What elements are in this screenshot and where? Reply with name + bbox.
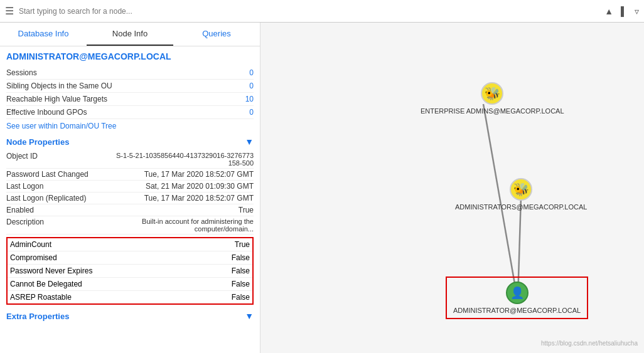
prop-row-last-logon: Last Logon Sat, 21 Mar 2020 01:09:30 GMT [6,181,254,192]
main-layout: Database Info Node Info Queries ADMINIST… [0,23,644,353]
graph-canvas: 🐝 ENTERPRISE ADMINS@MEGACORP.LOCAL 🐝 ADM… [260,23,644,353]
info-row-gpos: Effective Inbound GPOs 0 [6,106,254,119]
sibling-label: Sibling Objects in the Same OU [6,82,112,90]
node-administrator-selected[interactable]: 👤 ADMINISTRATOR@MEGACORP.LOCAL [446,277,588,319]
object-id-row: Object ID S-1-5-21-1035856440-4137329016… [6,150,254,169]
topbar: ☰ ▲ ▌ ▿ [0,0,644,23]
tab-database-info[interactable]: Database Info [0,23,87,46]
sessions-label: Sessions [6,68,37,77]
watermark: https://blog.csdn.net/hetsaliuhucha [541,340,638,347]
reachable-label: Reachable High Value Targets [6,95,107,103]
red-row-admincount: AdminCount True [8,238,252,251]
sibling-value: 0 [249,82,254,90]
node-administrators[interactable]: 🐝 ADMINISTRATORS@MEGACORP.LOCAL [455,178,587,211]
node-selected-box: 👤 ADMINISTRATOR@MEGACORP.LOCAL [446,277,588,319]
extra-chevron-down-icon[interactable]: ▼ [245,311,254,321]
rewind-icon[interactable]: ▌ [621,6,627,16]
reachable-value: 10 [245,95,254,103]
red-row-pwd-never-expires: Password Never Expires False [8,265,252,278]
node-administrator-label: ADMINISTRATOR@MEGACORP.LOCAL [453,307,581,314]
filter-icon[interactable]: ▲ [604,6,613,16]
red-row-asrep: ASREP Roastable False [8,291,252,303]
panel-content: ADMINISTRATOR@MEGACORP.LOCAL Sessions 0 … [0,46,260,353]
red-bordered-section: AdminCount True Compromised False Passwo… [6,237,254,305]
extra-properties-header: Extra Properties ▼ [6,311,254,321]
gpos-value: 0 [249,108,254,117]
funnel-icon[interactable]: ▿ [635,6,639,16]
node-enterprise-admins-icon: 🐝 [481,82,503,105]
search-input[interactable] [19,7,599,16]
node-properties-header: Node Properties ▼ [6,137,254,147]
node-administrator-icon: 👤 [506,282,529,304]
topbar-icons: ▲ ▌ ▿ [604,6,639,16]
info-row-sibling: Sibling Objects in the Same OU 0 [6,80,254,93]
node-enterprise-admins[interactable]: 🐝 ENTERPRISE ADMINS@MEGACORP.LOCAL [421,82,564,115]
node-administrators-icon: 🐝 [510,178,532,201]
tab-queries[interactable]: Queries [173,23,260,46]
red-row-compromised: Compromised False [8,251,252,265]
node-administrators-label: ADMINISTRATORS@MEGACORP.LOCAL [455,203,587,211]
sessions-value: 0 [249,68,254,77]
prop-row-pwd-changed: Password Last Changed Tue, 17 Mar 2020 1… [6,169,254,181]
node-enterprise-admins-label: ENTERPRISE ADMINS@MEGACORP.LOCAL [421,107,564,115]
chevron-down-icon[interactable]: ▼ [245,137,254,147]
prop-row-description: Description Built-in account for adminis… [6,216,254,234]
left-panel: Database Info Node Info Queries ADMINIST… [0,23,260,353]
menu-icon[interactable]: ☰ [5,5,14,17]
see-user-link[interactable]: See user within Domain/OU Tree [6,122,254,130]
info-row-reachable: Reachable High Value Targets 10 [6,93,254,106]
gpos-label: Effective Inbound GPOs [6,108,87,117]
prop-row-enabled: Enabled True [6,204,254,216]
prop-row-last-logon-rep: Last Logon (Replicated) Tue, 17 Mar 2020… [6,192,254,204]
info-row-sessions: Sessions 0 [6,66,254,80]
tabs-bar: Database Info Node Info Queries [0,23,260,46]
node-title[interactable]: ADMINISTRATOR@MEGACORP.LOCAL [6,51,254,61]
red-row-cannot-delegate: Cannot Be Delegated False [8,278,252,291]
right-panel: 🐝 ENTERPRISE ADMINS@MEGACORP.LOCAL 🐝 ADM… [260,23,644,353]
tab-node-info[interactable]: Node Info [87,23,173,46]
